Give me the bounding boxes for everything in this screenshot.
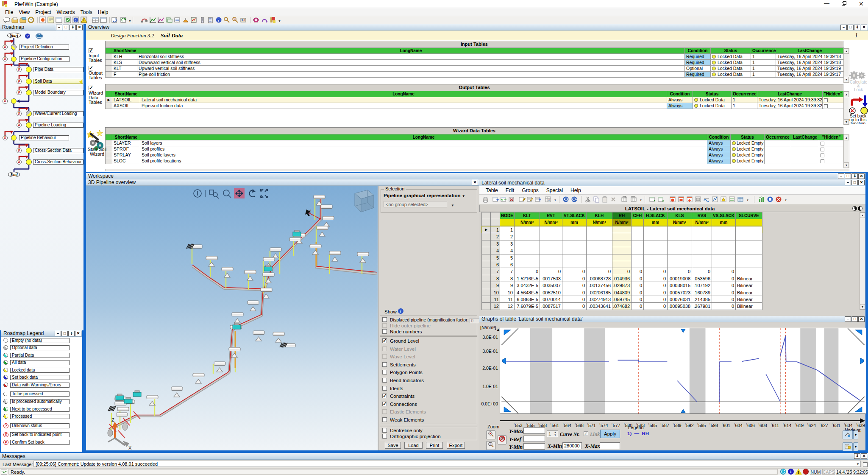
svg-text:Z: Z	[111, 417, 114, 422]
svg-text:%: %	[233, 18, 236, 21]
svg-text:X: X	[128, 445, 132, 450]
svg-text:function: function	[851, 121, 865, 124]
svg-text:#: #	[548, 198, 550, 202]
